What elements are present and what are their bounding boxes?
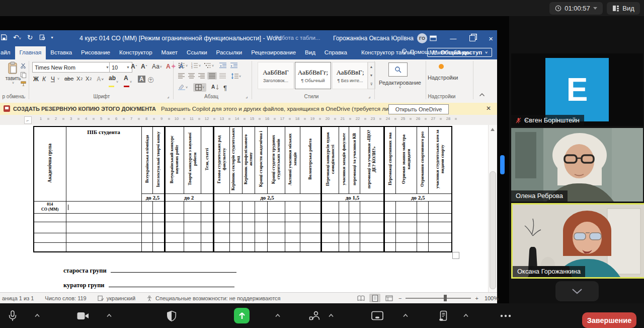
table-cell[interactable] [213,242,229,252]
table-header[interactable]: Волонтерська робота [300,126,321,193]
restore-button[interactable] [469,35,475,41]
table-cell[interactable]: 014СО (ММ) [34,201,66,213]
table-cell[interactable] [141,242,152,252]
align-center-button[interactable] [188,73,195,79]
whiteboard-button[interactable] [369,307,386,324]
table-cell[interactable] [213,233,229,242]
table-cell[interactable] [213,222,229,233]
ribbon-tab[interactable]: Ссылки [182,46,212,59]
meeting-timer[interactable]: 01:00:57 [549,2,603,15]
multilevel-list-button[interactable]: ˅ [204,62,214,69]
table-cell[interactable] [360,201,384,213]
customize-qat-icon[interactable]: ▾ [51,35,53,40]
table-cell[interactable] [34,222,66,233]
table-cell[interactable] [141,233,152,242]
table-cell[interactable] [321,242,339,252]
table-cell[interactable] [152,201,165,213]
table-cell[interactable] [184,222,201,233]
table-cell[interactable] [300,242,321,252]
table-cell[interactable] [300,222,321,233]
table-cell[interactable] [184,213,201,222]
table-cell[interactable] [300,213,321,222]
table-cell[interactable] [213,201,229,213]
style-card[interactable]: АаБбВвГ;¶ Без инте... [332,62,368,89]
ribbon-tab[interactable]: Конструктор [115,46,157,59]
word-count[interactable]: Число слов: 119 [45,295,86,301]
undo-icon[interactable]: ↶˅ [13,33,21,41]
font-dialog-launcher[interactable]: ⌟ [167,94,169,99]
subscript-button[interactable]: X2 [76,76,83,82]
ribbon-tab[interactable]: Макет [157,46,183,59]
copy-button[interactable] [20,72,27,79]
table-cell[interactable] [242,201,255,213]
table-cell[interactable] [66,233,141,242]
table-header[interactable]: Тези, статті [201,126,213,193]
table-cell[interactable] [165,242,184,252]
table-header[interactable]: Всеукраїнський конкурс наукових робіт [165,126,184,193]
table-cell[interactable] [339,233,349,242]
zoom-level[interactable]: 100% [485,295,499,301]
borders-button[interactable]: ˅ [193,83,206,92]
editing-search-button[interactable] [388,62,408,77]
numbering-button[interactable]: 123˅ [191,62,201,69]
table-cell[interactable] [360,233,384,242]
ribbon-tab[interactable]: Рецензирование [247,46,300,59]
table-cell[interactable] [321,201,339,213]
table-cell[interactable] [360,222,384,233]
table-cell[interactable] [201,233,213,242]
styles-scroll[interactable]: ▲▼⊽ [367,62,375,89]
clipboard-dialog-launcher[interactable]: ⌟ [23,94,25,99]
table-cell[interactable] [66,201,141,213]
shrink-font-button[interactable]: Аˇ [141,63,147,70]
table-cell[interactable] [165,222,184,233]
score-cell[interactable]: до 2,5 [141,193,165,201]
font-size-combo[interactable]: 10▼ [109,62,132,73]
ribbon-tab[interactable]: Вставка [46,46,76,59]
table-cell[interactable] [428,201,452,213]
grow-font-button[interactable]: Аˆ [131,63,137,70]
ribbon-options-icon[interactable] [430,35,437,41]
table-cell[interactable] [201,242,213,252]
table-cell[interactable] [395,213,417,222]
table-cell[interactable] [384,201,395,213]
table-cell[interactable] [141,222,152,233]
table-resize-handle[interactable] [452,252,459,259]
ribbon-tab[interactable]: Справка [320,46,352,59]
security-button[interactable] [163,307,180,324]
score-cell[interactable]: до 2,5 [384,193,452,201]
table-cell[interactable] [255,222,267,233]
change-case-button[interactable]: Аа˅ [152,63,162,70]
table-cell[interactable] [242,222,255,233]
table-cell[interactable] [349,233,360,242]
ribbon-tab[interactable]: айл [0,46,15,59]
table-cell[interactable] [165,213,184,222]
table-header[interactable]: Активні учасники міських заходів [285,126,300,193]
table-cell[interactable] [141,213,152,222]
table-cell[interactable] [255,201,267,213]
ribbon-tab[interactable]: Главная [15,46,46,59]
zoom-out-button[interactable]: − [398,295,401,301]
save-icon[interactable] [1,34,7,40]
zoom-slider-thumb[interactable] [444,295,447,301]
camera-options-chevron[interactable] [105,311,113,319]
superscript-button[interactable]: X2 [86,76,92,82]
ruler[interactable]: ⌐ 12345678910111213141516171819202122232… [0,115,497,125]
table-cell[interactable] [321,222,339,233]
table-cell[interactable] [300,233,321,242]
table-cell[interactable] [66,222,141,233]
underline-button[interactable]: Ч [51,76,55,83]
participants-button[interactable] [306,307,323,324]
minimize-button[interactable]: — [450,35,456,42]
table-cell[interactable] [321,233,339,242]
table-header[interactable]: переможці та учасники КВ [349,126,360,193]
account-area[interactable]: Горожанкіна Оксана Юріївна ГО [333,33,427,43]
table-cell[interactable] [285,201,300,213]
table-cell[interactable] [141,201,152,213]
end-meeting-button[interactable]: Завершение [582,312,636,328]
table-header[interactable]: Кращі студенти трудових студентських заг… [267,126,285,193]
paragraph-dialog-launcher[interactable]: ⌟ [246,94,248,99]
table-cell[interactable] [165,233,184,242]
addins-button[interactable]: Надстройки [428,75,456,81]
read-mode-button[interactable] [355,294,366,302]
styles-dialog-launcher[interactable]: ⌟ [368,94,370,99]
